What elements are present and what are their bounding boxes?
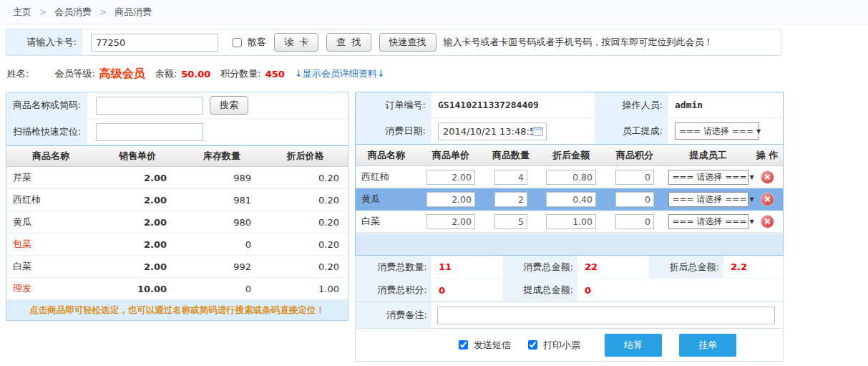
commission-select[interactable]: === 请选择 === ▼: [675, 122, 759, 140]
page: 主页>会员消费>商品消费 请输入卡号: 散客 读 卡 查 找 快速查找 输入卡号…: [0, 0, 868, 362]
card-lookup-bar: 请输入卡号: 散客 读 卡 查 找 快速查找 输入卡号或者卡面号码或者手机号码，…: [6, 29, 781, 56]
product-price: 2.00: [95, 239, 180, 250]
date-input[interactable]: [438, 122, 547, 140]
hold-button[interactable]: 挂单: [679, 334, 736, 357]
total-amount-value: 22: [577, 256, 649, 279]
product-stock: 0: [180, 284, 264, 294]
item-qty-input-cell: [484, 170, 537, 185]
card-number-input[interactable]: [91, 34, 218, 52]
product-row[interactable]: 理发10.0001.00: [6, 278, 348, 300]
product-price: 2.00: [95, 173, 180, 183]
item-qty-input[interactable]: [494, 170, 527, 185]
calendar-icon[interactable]: [532, 127, 543, 136]
item-qty-input[interactable]: [494, 192, 527, 207]
print-label: 打印小票: [543, 339, 580, 352]
print-checkbox[interactable]: [528, 340, 537, 350]
product-discount-price: 0.20: [264, 195, 346, 206]
totals-section: 消费总数量: 11 消费总金额: 22 折后总金额: 2.2 消费总积分: 0 …: [355, 256, 784, 302]
item-points-input[interactable]: [615, 214, 654, 229]
product-stock: 981: [180, 195, 264, 206]
breadcrumb-separator-icon: >: [99, 7, 107, 17]
quick-find-button[interactable]: 快速查找: [379, 33, 437, 52]
total-commission-value: 0: [577, 279, 649, 302]
print-toggle[interactable]: 打印小票: [525, 338, 580, 352]
order-col-header: 商品单价: [417, 149, 484, 162]
product-panel: 商品名称或简码: 搜索 扫描枪快速定位: 商品名称销售单价库存数量折后价格 芹菜…: [6, 92, 348, 321]
scan-input[interactable]: [96, 123, 203, 141]
order-no-value: GS1410211337284409: [431, 92, 595, 118]
product-search-label: 商品名称或简码:: [6, 92, 87, 118]
product-search-input[interactable]: [96, 97, 203, 115]
product-row[interactable]: 芹菜2.009890.20: [6, 167, 348, 189]
item-qty-input[interactable]: [494, 214, 527, 229]
card-lookup-hint: 输入卡号或者卡面号码或者手机号码，按回车即可定位到此会员！: [444, 36, 713, 49]
item-discount-input[interactable]: [546, 214, 596, 229]
item-qty-input-cell: [484, 214, 537, 229]
find-button[interactable]: 查 找: [326, 33, 371, 52]
order-item-name: 白菜: [356, 215, 417, 228]
guest-toggle[interactable]: 散客: [230, 36, 266, 49]
product-col-header: 商品名称: [6, 150, 95, 163]
product-stock: 989: [180, 173, 264, 183]
product-row[interactable]: 包菜2.0000.20: [6, 233, 348, 256]
order-item-row[interactable]: 白菜=== 请选择 ===▼: [356, 211, 783, 233]
points-value: 450: [265, 69, 285, 80]
item-price-input[interactable]: [426, 170, 475, 185]
item-price-input-cell: [417, 192, 484, 207]
product-row[interactable]: 黄瓜2.009800.20: [6, 211, 348, 233]
commission-select-value: === 请选择 ===: [679, 125, 754, 138]
product-stock: 992: [180, 261, 264, 272]
delete-item-icon[interactable]: [761, 216, 774, 228]
item-staff-select[interactable]: === 请选择 ===▼: [668, 214, 748, 229]
product-row[interactable]: 白菜2.009920.20: [6, 256, 348, 278]
guest-checkbox[interactable]: [233, 38, 242, 47]
sms-checkbox[interactable]: [459, 340, 468, 350]
order-item-row[interactable]: 西红柿=== 请选择 ===▼: [356, 166, 783, 188]
product-stock: 980: [180, 217, 264, 228]
order-col-header: 商品名称: [356, 149, 417, 162]
item-staff-cell: === 请选择 ===▼: [665, 170, 751, 185]
member-level-label: 会员等级:: [54, 67, 94, 80]
item-points-input[interactable]: [615, 170, 654, 185]
breadcrumb: 主页>会员消费>商品消费: [0, 0, 868, 24]
item-staff-cell: === 请选择 ===▼: [665, 192, 751, 207]
product-name: 芹菜: [6, 171, 95, 184]
operator-label: 操作人员:: [595, 92, 668, 118]
breadcrumb-item[interactable]: 会员消费: [54, 6, 92, 17]
product-discount-price: 1.00: [264, 284, 346, 294]
total-commission-label: 提成总金额:: [503, 279, 577, 302]
delete-item-icon[interactable]: [761, 171, 774, 183]
sms-toggle[interactable]: 发送短信: [456, 338, 511, 352]
item-points-input-cell: [605, 170, 665, 185]
dropdown-arrow-icon: ▼: [756, 128, 761, 135]
delete-item-icon[interactable]: [761, 193, 774, 206]
item-points-input-cell: [605, 192, 665, 207]
commission-label: 员工提成:: [595, 118, 668, 144]
item-discount-input-cell: [537, 170, 605, 185]
show-member-detail-link[interactable]: ↓显示会员详细资料↓: [295, 67, 385, 80]
breadcrumb-item[interactable]: 商品消费: [114, 6, 152, 17]
item-points-input[interactable]: [615, 192, 654, 207]
item-discount-input[interactable]: [546, 192, 596, 207]
remark-label: 消费备注:: [356, 302, 431, 328]
remark-input[interactable]: [437, 307, 775, 324]
item-staff-select[interactable]: === 请选择 ===▼: [668, 170, 748, 185]
item-price-input[interactable]: [426, 192, 475, 207]
item-op-cell: [751, 216, 783, 228]
member-name-label: 姓名:: [7, 67, 29, 80]
settle-button[interactable]: 结算: [605, 334, 662, 357]
item-price-input[interactable]: [426, 214, 475, 229]
product-name: 西红柿: [6, 193, 95, 206]
item-price-input-cell: [417, 170, 484, 185]
search-button[interactable]: 搜索: [210, 96, 248, 115]
product-row[interactable]: 西红柿2.009810.20: [6, 189, 348, 211]
breadcrumb-item[interactable]: 主页: [13, 6, 31, 17]
total-qty-value: 11: [431, 256, 503, 279]
item-discount-input[interactable]: [546, 170, 596, 185]
order-item-row[interactable]: 黄瓜=== 请选择 ===▼: [356, 188, 783, 211]
product-discount-price: 0.20: [264, 173, 346, 183]
product-price: 2.00: [95, 261, 180, 272]
product-name: 黄瓜: [6, 216, 95, 228]
item-staff-select[interactable]: === 请选择 ===▼: [668, 192, 748, 207]
read-card-button[interactable]: 读 卡: [274, 33, 318, 52]
